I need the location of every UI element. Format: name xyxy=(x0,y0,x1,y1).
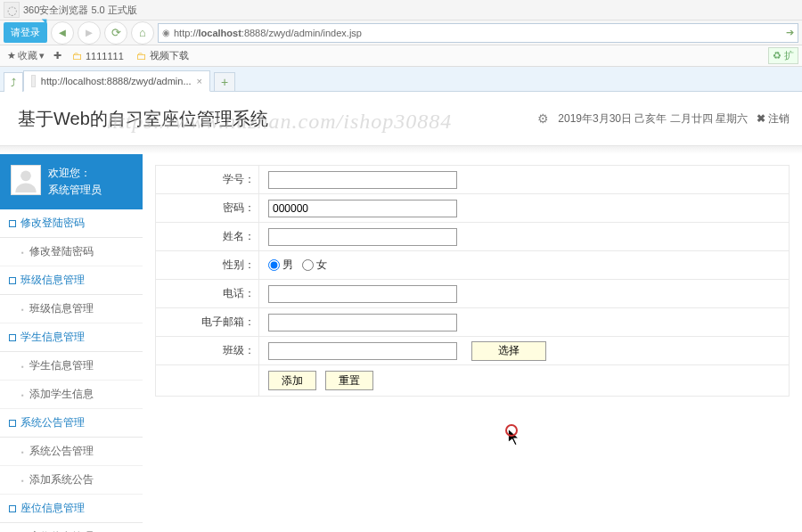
svg-point-0 xyxy=(20,171,31,182)
page-content: 基于Web的自习室座位管理系统 https://www.huzhan.com/i… xyxy=(0,92,802,532)
input-class[interactable] xyxy=(268,342,457,360)
video-download-bookmark[interactable]: 🗀视频下载 xyxy=(131,47,194,64)
label-name: 姓名： xyxy=(156,223,259,251)
date-text: 2019年3月30日 己亥年 二月廿四 星期六 xyxy=(558,111,748,127)
folder-icon: 🗀 xyxy=(136,50,147,62)
avatar xyxy=(11,165,41,195)
page-header: 基于Web的自习室座位管理系统 https://www.huzhan.com/i… xyxy=(0,92,802,145)
go-arrow-icon[interactable]: ➔ xyxy=(786,27,794,38)
label-class: 班级： xyxy=(156,337,259,365)
radio-male[interactable]: 男 xyxy=(268,258,293,273)
close-icon: ✖ xyxy=(757,112,765,125)
app-icon: ◌ xyxy=(4,2,20,18)
tab-title: http://localhost:8888/zwyd/admin... xyxy=(41,76,192,86)
menu-item[interactable]: 添加学生信息 xyxy=(0,381,143,409)
back-button[interactable]: ◄ xyxy=(51,21,74,45)
app-title: 360安全浏览器 5.0 正式版 xyxy=(23,4,137,17)
add-bookmark-button[interactable]: ✚ xyxy=(50,50,65,61)
menu-group-header[interactable]: 班级信息管理 xyxy=(0,266,143,295)
label-password: 密码： xyxy=(156,194,259,223)
bookmarks-bar: ★ 收藏 ▾ ✚ 🗀1111111🗀1111111🗀1111111🗀111111… xyxy=(0,45,802,67)
browser-titlebar: ◌ 360安全浏览器 5.0 正式版 xyxy=(0,0,802,20)
add-button[interactable]: 添加 xyxy=(268,371,316,390)
radio-female[interactable]: 女 xyxy=(302,258,327,273)
label-student-id: 学号： xyxy=(156,166,259,194)
label-actions xyxy=(156,365,259,397)
menu-item[interactable]: 班级信息管理 xyxy=(0,295,143,323)
reload-button[interactable]: ⟳ xyxy=(104,21,127,45)
extension-button[interactable]: ♻ 扩 xyxy=(768,47,798,64)
user-block: 欢迎您： 系统管理员 xyxy=(0,154,143,209)
user-name: 系统管理员 xyxy=(48,182,102,199)
url-text: http://localhost:8888/zwyd/admin/index.j… xyxy=(174,28,362,38)
folder-icon: 🗀 xyxy=(72,50,83,62)
menu-group-header[interactable]: 修改登陆密码 xyxy=(0,209,143,238)
tabs-bar: ⤴ http://localhost:8888/zwyd/admin... × … xyxy=(0,67,802,92)
label-gender: 性别： xyxy=(156,251,259,280)
login-badge[interactable]: 请登录 xyxy=(4,22,47,43)
input-email[interactable] xyxy=(268,314,457,331)
label-email: 电子邮箱： xyxy=(156,308,259,337)
welcome-label: 欢迎您： xyxy=(48,165,102,182)
tab-close-icon[interactable]: × xyxy=(197,76,202,86)
header-divider xyxy=(0,145,802,154)
input-phone[interactable] xyxy=(268,285,457,303)
folder-icon: 🗀 xyxy=(72,45,83,46)
menu-item[interactable]: 学生信息管理 xyxy=(0,352,143,381)
bookmark-item[interactable]: 🗀1111111 xyxy=(67,48,129,64)
logout-link[interactable]: ✖注销 xyxy=(757,111,790,127)
student-form: 学号： 密码： 姓名： 性别： 男 女 xyxy=(155,165,790,397)
favorites-button[interactable]: ★ 收藏 ▾ xyxy=(4,49,48,62)
menu-item[interactable]: 系统公告管理 xyxy=(0,438,143,466)
input-password[interactable] xyxy=(268,200,457,217)
active-tab[interactable]: http://localhost:8888/zwyd/admin... × xyxy=(23,70,210,92)
main-panel: 学号： 密码： 姓名： 性别： 男 女 xyxy=(143,154,802,532)
label-phone: 电话： xyxy=(156,280,259,308)
sidebar: 欢迎您： 系统管理员 修改登陆密码修改登陆密码班级信息管理班级信息管理学生信息管… xyxy=(0,154,143,532)
browser-nav: 请登录 ◄ ► ⟳ ⌂ ◉ http://localhost:8888/zwyd… xyxy=(0,20,802,45)
menu-item[interactable]: 座位信息管理 xyxy=(0,523,143,532)
forward-button[interactable]: ► xyxy=(78,21,101,45)
page-title: 基于Web的自习室座位管理系统 xyxy=(18,107,268,131)
home-button[interactable]: ⌂ xyxy=(131,21,154,45)
menu-group-header[interactable]: 系统公告管理 xyxy=(0,409,143,438)
menu-group-header[interactable]: 学生信息管理 xyxy=(0,323,143,352)
select-class-button[interactable]: 选择 xyxy=(471,341,546,361)
new-tab-button[interactable]: + xyxy=(214,72,235,92)
lock-icon: ◉ xyxy=(162,28,170,37)
input-student-id[interactable] xyxy=(268,171,457,189)
gear-icon: ⚙ xyxy=(537,111,549,126)
input-name[interactable] xyxy=(268,228,457,246)
pin-tab-icon[interactable]: ⤴ xyxy=(4,72,23,92)
tab-favicon xyxy=(31,75,36,87)
reset-button[interactable]: 重置 xyxy=(325,371,373,390)
menu-group-header[interactable]: 座位信息管理 xyxy=(0,495,143,523)
menu-item[interactable]: 添加系统公告 xyxy=(0,466,143,495)
menu-item[interactable]: 修改登陆密码 xyxy=(0,238,143,266)
url-bar[interactable]: ◉ http://localhost:8888/zwyd/admin/index… xyxy=(158,23,798,43)
